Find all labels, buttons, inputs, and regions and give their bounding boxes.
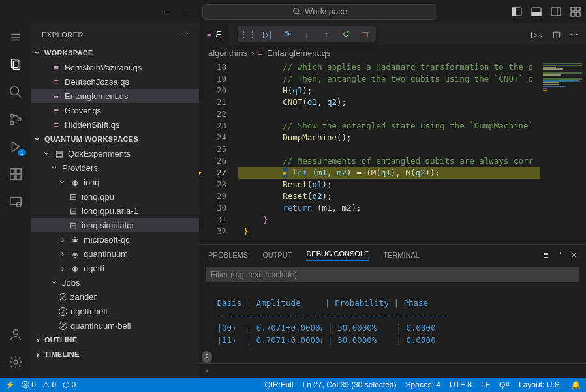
- stop-icon[interactable]: □: [360, 29, 371, 39]
- errors-indicator[interactable]: ⓧ 0: [22, 380, 36, 391]
- repl-count-badge: 2: [202, 351, 212, 363]
- continue-icon[interactable]: ▷|: [262, 29, 273, 39]
- toggle-secondary-sidebar-icon[interactable]: [551, 7, 561, 17]
- workspace-section-header[interactable]: WORKSPACE: [31, 46, 199, 60]
- tab-terminal[interactable]: TERMINAL: [383, 251, 420, 259]
- run-dropdown-icon[interactable]: ▷⌄: [531, 29, 544, 39]
- svg-point-21: [18, 118, 21, 121]
- ports-indicator[interactable]: ⬡ 0: [63, 380, 76, 389]
- file-item[interactable]: ≡Entanglement.qs: [31, 89, 199, 103]
- settings-gear-icon[interactable]: [8, 354, 23, 370]
- target-item[interactable]: ⊟ionq.qpu: [31, 189, 199, 204]
- search-placeholder: Workspace: [305, 7, 347, 16]
- accounts-icon[interactable]: [8, 327, 23, 342]
- step-over-icon[interactable]: ↷: [282, 29, 292, 39]
- qdk-root[interactable]: ▤QdkExperiments: [31, 146, 199, 160]
- layout-controls: [512, 7, 581, 17]
- qsharp-file-icon: ≡: [51, 106, 61, 115]
- svg-rect-3: [512, 8, 516, 16]
- file-item[interactable]: ≡DeutschJozsa.qs: [31, 74, 199, 89]
- file-item[interactable]: ≡Grover.qs: [31, 103, 199, 117]
- toggle-panel-icon[interactable]: [531, 7, 542, 17]
- qsharp-file-icon: ≡: [258, 48, 263, 58]
- job-item[interactable]: ✓rigetti-bell: [31, 304, 199, 318]
- panel-filter-icon[interactable]: ≣: [543, 251, 549, 260]
- command-center[interactable]: Workspace: [202, 4, 437, 20]
- svg-rect-26: [16, 169, 21, 173]
- outline-header[interactable]: OUTLINE: [31, 333, 199, 347]
- svg-point-20: [10, 121, 14, 125]
- editor-tab-entanglement[interactable]: ≡ E: [199, 23, 230, 46]
- nav-back-icon[interactable]: ←: [162, 7, 170, 16]
- provider-item[interactable]: ◈quantinuum: [31, 247, 199, 261]
- remote-indicator-icon[interactable]: ⚡: [5, 380, 15, 389]
- source-control-icon[interactable]: [8, 112, 23, 127]
- quantum-workspaces-header[interactable]: QUANTUM WORKSPACES: [31, 132, 199, 146]
- qsharp-file-icon: ≡: [51, 77, 61, 87]
- step-into-icon[interactable]: ↓: [301, 29, 312, 39]
- nav-forward-icon[interactable]: →: [181, 7, 189, 16]
- panel-close-icon[interactable]: ✕: [571, 251, 577, 260]
- status-encoding[interactable]: UTF-8: [450, 380, 472, 389]
- code-editor[interactable]: 181920212223242526▶272829303132 // which…: [199, 60, 586, 244]
- provider-item[interactable]: ◈microsoft-qc: [31, 232, 199, 247]
- titlebar: ← → Workspace: [0, 0, 586, 23]
- tab-output[interactable]: OUTPUT: [262, 251, 292, 259]
- remote-explorer-icon[interactable]: [8, 194, 23, 209]
- providers-node[interactable]: Providers: [31, 160, 199, 175]
- explorer-icon[interactable]: [8, 57, 23, 72]
- search-view-icon[interactable]: [8, 84, 23, 100]
- provider-ionq[interactable]: ◈ionq: [31, 175, 199, 189]
- breadcrumb[interactable]: algorithms› ≡ Entanglement.qs: [199, 46, 586, 60]
- status-indent[interactable]: Spaces: 4: [406, 380, 440, 389]
- console-filter-input[interactable]: Filter (e.g. text, !exclude): [206, 267, 579, 282]
- provider-icon: ◈: [70, 264, 80, 273]
- timeline-header[interactable]: TIMELINE: [31, 347, 199, 361]
- status-eol[interactable]: LF: [481, 380, 490, 389]
- target-icon: ⊟: [68, 220, 78, 230]
- provider-icon: ◈: [70, 249, 80, 259]
- more-icon[interactable]: ⋯: [181, 30, 189, 38]
- repl-input[interactable]: ›: [199, 363, 586, 378]
- search-icon: [292, 7, 301, 16]
- provider-item[interactable]: ◈rigetti: [31, 261, 199, 275]
- panel-collapse-icon[interactable]: ˄: [558, 251, 562, 260]
- file-item[interactable]: ≡HiddenShift.qs: [31, 117, 199, 132]
- split-editor-icon[interactable]: ◫: [553, 29, 561, 39]
- editor-area: ≡ E ▷⌄ ◫ ⋯ algorithms› ≡ Entanglement.qs…: [199, 23, 586, 378]
- job-item[interactable]: ✗quantinuum-bell: [31, 318, 199, 333]
- status-layout[interactable]: Layout: U.S.: [519, 380, 562, 389]
- status-cursor[interactable]: Ln 27, Col 39 (30 selected): [302, 380, 396, 389]
- jobs-node[interactable]: Jobs: [31, 275, 199, 290]
- drag-handle-icon[interactable]: ⋮⋮: [243, 29, 253, 39]
- file-item[interactable]: ≡BernsteinVazirani.qs: [31, 60, 199, 74]
- target-icon: ⊟: [68, 192, 78, 202]
- svg-rect-6: [551, 8, 561, 16]
- notifications-icon[interactable]: 🔔: [571, 380, 581, 389]
- minimap[interactable]: [540, 60, 586, 244]
- tab-debug-console[interactable]: DEBUG CONSOLE: [306, 250, 369, 261]
- menu-icon[interactable]: [8, 29, 23, 45]
- svg-point-0: [294, 8, 299, 14]
- console-output: Basis | Amplitude | Probability | Phase …: [199, 288, 586, 378]
- target-item[interactable]: ⊟ionq.qpu.aria-1: [31, 204, 199, 218]
- activity-bar: 1: [0, 23, 31, 378]
- step-out-icon[interactable]: ↑: [321, 29, 332, 39]
- status-language[interactable]: Q#: [499, 380, 510, 389]
- run-debug-icon[interactable]: 1: [8, 139, 23, 155]
- job-item[interactable]: ✓zander: [31, 290, 199, 304]
- panel-tabs: PROBLEMS OUTPUT DEBUG CONSOLE TERMINAL ≣…: [199, 245, 586, 265]
- svg-rect-10: [571, 12, 575, 16]
- status-qir[interactable]: QIR:Full: [264, 380, 293, 389]
- toggle-primary-sidebar-icon[interactable]: [512, 7, 522, 17]
- restart-icon[interactable]: ↺: [341, 29, 351, 39]
- extensions-icon[interactable]: [8, 166, 23, 182]
- code-content[interactable]: // which applies a Hadamard transformati…: [238, 60, 540, 244]
- target-item[interactable]: ⊟ionq.simulator: [31, 218, 199, 232]
- more-actions-icon[interactable]: ⋯: [570, 29, 578, 39]
- debug-toolbar[interactable]: ⋮⋮ ▷| ↷ ↓ ↑ ↺ □: [238, 26, 376, 42]
- tab-problems[interactable]: PROBLEMS: [208, 251, 248, 259]
- warnings-indicator[interactable]: ⚠ 0: [42, 380, 56, 389]
- qsharp-file-icon: ≡: [51, 91, 61, 101]
- customize-layout-icon[interactable]: [570, 7, 581, 17]
